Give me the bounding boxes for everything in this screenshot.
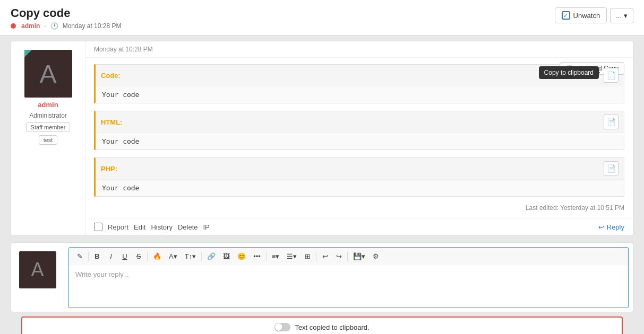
code-section-0: Code: 📄 Copy to clipboard Your code	[94, 64, 624, 103]
unwatch-label: Unwatch	[573, 12, 600, 20]
toolbar-undo[interactable]: ↩	[319, 251, 331, 262]
chevron-down-icon: ▾	[624, 12, 628, 20]
code-section-1: HTML: 📄 Your code	[94, 111, 624, 150]
delete-link[interactable]: Delete	[178, 223, 198, 231]
toolbar-emoji[interactable]: 😊	[234, 251, 249, 262]
check-icon: ✓	[562, 11, 570, 20]
reply-avatar: A	[19, 251, 56, 288]
clock-icon: 🕐	[50, 22, 58, 30]
post-body: 📋 clipboard Copy Code: 📄 Copy to clipboa…	[85, 58, 633, 218]
code-label-0: Code:	[101, 72, 121, 80]
top-actions: ✓ Unwatch ... ▾	[555, 7, 633, 23]
toolbar-more[interactable]: •••	[250, 251, 264, 262]
notification-text: Text copied to clipboard.	[295, 323, 369, 331]
copy-btn-2[interactable]: 📄	[604, 161, 619, 176]
post-container: A admin Administrator Staff member test …	[11, 41, 633, 236]
code-content-0: Your code	[96, 86, 624, 103]
toolbar-table[interactable]: ⊞	[301, 251, 314, 262]
avatar-letter: A	[39, 59, 56, 89]
author-sidebar: A admin Administrator Staff member test	[11, 41, 85, 235]
clipboard-notification: Text copied to clipboard.	[21, 317, 623, 334]
toolbar-pen[interactable]: ✎	[73, 251, 86, 262]
notif-slider	[274, 323, 290, 331]
copy-icon-2: 📄	[607, 164, 616, 173]
unwatch-button[interactable]: ✓ Unwatch	[555, 7, 607, 23]
toolbar-underline[interactable]: U	[118, 251, 131, 262]
reply-avatar-sidebar: A	[11, 243, 64, 312]
reply-editor: ✎ B I U S 🔥 A▾ T↑▾ 🔗 🖼 😊 ••• ≡▾ ☰▾ ⊞	[64, 243, 633, 312]
last-edited: Last edited: Yesterday at 10:51 PM	[94, 204, 624, 212]
code-label-2: PHP:	[101, 165, 117, 173]
online-indicator	[24, 50, 32, 57]
copy-icon-0: 📄	[607, 71, 616, 80]
post-checkbox[interactable]	[94, 223, 102, 231]
code-section-2: PHP: 📄 Your code	[94, 157, 624, 197]
toolbar-bold[interactable]: B	[91, 251, 104, 262]
toolbar-align[interactable]: ≡▾	[269, 251, 283, 262]
toolbar-settings[interactable]: ⚙	[370, 251, 382, 262]
author-link[interactable]: admin	[21, 22, 40, 30]
post-timestamp: Monday at 10:28 PM	[85, 41, 633, 58]
toolbar-color[interactable]: 🔥	[150, 251, 165, 262]
reply-button[interactable]: ↩ Reply	[598, 223, 624, 231]
toolbar-strikethrough[interactable]: S	[132, 251, 145, 262]
editor-placeholder: Write your reply...	[75, 270, 129, 278]
toolbar-image[interactable]: 🖼	[220, 251, 233, 262]
copy-btn-0[interactable]: 📄 Copy to clipboard	[604, 68, 619, 83]
report-link[interactable]: Report	[108, 223, 128, 231]
toolbar-italic[interactable]: I	[105, 251, 117, 262]
post-time: Monday at 10:28 PM	[63, 22, 122, 30]
reply-label: Reply	[607, 223, 624, 231]
editor-body[interactable]: Write your reply...	[68, 265, 629, 307]
toolbar-text-size[interactable]: T↑▾	[182, 251, 199, 262]
toolbar-link[interactable]: 🔗	[204, 251, 219, 262]
author-name[interactable]: admin	[38, 101, 58, 109]
toolbar-font[interactable]: A▾	[166, 251, 181, 262]
admin-status-dot	[11, 23, 16, 29]
reply-arrow-icon: ↩	[598, 223, 604, 231]
post-actions: Report Edit History Delete IP	[94, 223, 210, 231]
history-link[interactable]: History	[151, 223, 172, 231]
post-footer: Report Edit History Delete IP ↩ Reply	[85, 218, 633, 235]
page-title: Copy code	[11, 6, 633, 20]
more-label: ...	[616, 12, 622, 20]
author-badge-staff: Staff member	[26, 122, 71, 132]
code-content-1: Your code	[96, 133, 624, 150]
avatar: A	[24, 50, 72, 98]
copy-btn-1[interactable]: 📄	[604, 115, 619, 129]
toolbar-list[interactable]: ☰▾	[284, 251, 300, 262]
notif-slider-thumb	[275, 323, 282, 331]
code-content-2: Your code	[96, 180, 624, 196]
author-badge-test: test	[39, 135, 58, 145]
more-button[interactable]: ... ▾	[610, 8, 633, 23]
reply-avatar-letter: A	[31, 259, 44, 281]
toolbar-redo[interactable]: ↪	[332, 251, 345, 262]
copy-tooltip-0: Copy to clipboard	[539, 66, 599, 79]
post-content: Monday at 10:28 PM 📋 clipboard Copy Code…	[85, 41, 633, 235]
reply-editor-container: A ✎ B I U S 🔥 A▾ T↑▾ 🔗 🖼 😊 •••	[11, 242, 633, 312]
content-wrapper: A admin Administrator Staff member test …	[0, 36, 644, 334]
author-role: Administrator	[29, 112, 67, 119]
toolbar-save[interactable]: 💾▾	[350, 251, 368, 262]
ip-link[interactable]: IP	[203, 223, 209, 231]
code-label-1: HTML:	[101, 118, 122, 126]
editor-toolbar: ✎ B I U S 🔥 A▾ T↑▾ 🔗 🖼 😊 ••• ≡▾ ☰▾ ⊞	[68, 247, 629, 265]
page-meta: admin · 🕐 Monday at 10:28 PM	[11, 22, 633, 30]
edit-link[interactable]: Edit	[134, 223, 145, 231]
copy-icon-1: 📄	[607, 118, 616, 126]
